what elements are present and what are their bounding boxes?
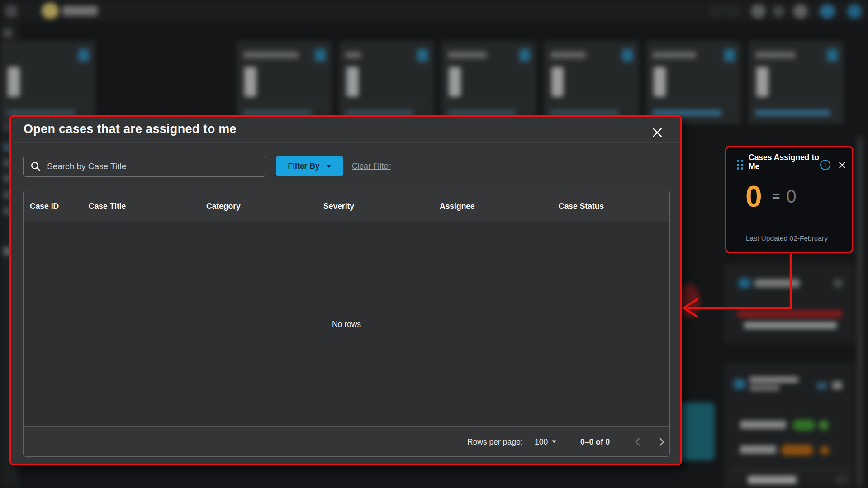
- close-icon[interactable]: [651, 127, 663, 138]
- pagination-range: 0–0 of 0: [580, 437, 610, 446]
- drag-handle-icon[interactable]: [737, 160, 743, 170]
- previous-page-button[interactable]: [632, 436, 644, 448]
- last-updated-text: Last Updated 02-February: [746, 234, 828, 242]
- empty-state-message: No rows: [332, 320, 361, 329]
- next-page-button[interactable]: [656, 436, 668, 448]
- modal-title: Open cases that are assigned to me: [24, 122, 237, 136]
- secondary-count: 0: [786, 186, 796, 207]
- widget-value-row: 0 = 0: [745, 181, 797, 211]
- widget-title: Cases Assigned to Me: [749, 153, 821, 171]
- primary-count: 0: [745, 181, 762, 211]
- case-search-box[interactable]: [23, 156, 266, 177]
- search-icon: [30, 161, 41, 172]
- table-header-row: Case ID Case Title Category Severity Ass…: [24, 190, 669, 222]
- cases-assigned-widget: Cases Assigned to Me ! 0 = 0 Last Update…: [725, 146, 853, 253]
- clear-filter-link[interactable]: Clear Filter: [352, 161, 391, 171]
- rows-per-page-label: Rows per page:: [467, 437, 523, 446]
- modal-header: Open cases that are assigned to me: [11, 117, 680, 143]
- column-header-case-title[interactable]: Case Title: [89, 190, 126, 222]
- close-icon[interactable]: [838, 161, 847, 170]
- column-header-case-id[interactable]: Case ID: [30, 190, 59, 222]
- info-icon[interactable]: !: [820, 160, 830, 170]
- rows-per-page-value: 100: [535, 437, 548, 446]
- column-header-assignee[interactable]: Assignee: [440, 190, 475, 222]
- filter-by-label: Filter By: [288, 161, 319, 171]
- filter-by-button[interactable]: Filter By: [276, 156, 343, 176]
- column-header-severity[interactable]: Severity: [323, 190, 354, 222]
- equals-sign: =: [772, 189, 780, 204]
- cases-table: Case ID Case Title Category Severity Ass…: [23, 190, 670, 457]
- chevron-down-icon: [552, 441, 556, 443]
- info-glyph: !: [824, 161, 826, 168]
- table-body: No rows: [24, 222, 669, 426]
- table-pagination-bar: Rows per page: 100 0–0 of 0: [24, 426, 669, 456]
- column-header-case-status[interactable]: Case Status: [559, 190, 604, 222]
- search-input[interactable]: [47, 161, 246, 171]
- column-header-category[interactable]: Category: [206, 190, 241, 222]
- rows-per-page-select[interactable]: 100: [535, 437, 556, 446]
- chevron-down-icon: [326, 165, 332, 168]
- modal-toolbar: Filter By Clear Filter: [11, 156, 680, 177]
- open-cases-modal: Open cases that are assigned to me Filte…: [9, 115, 682, 465]
